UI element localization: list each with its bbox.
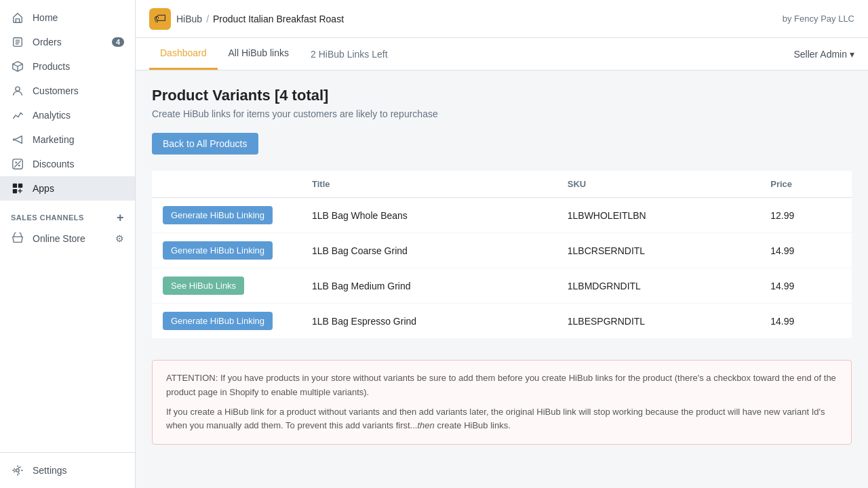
sidebar-item-label-online-store: Online Store [33, 233, 115, 244]
page-subtitle: Create HiBub links for items your custom… [152, 108, 852, 119]
sales-channels-label: SALES CHANNELS [11, 214, 84, 222]
row-sku: 1LBWHOLEITLBN [557, 198, 760, 233]
svg-point-2 [15, 161, 17, 163]
tab-all-links[interactable]: All HiBub links [218, 38, 300, 70]
table-row: Generate HiBub Linking1LB Bag Espresso G… [152, 304, 852, 339]
online-store-settings-icon[interactable]: ⚙ [115, 233, 124, 244]
row-title: 1LB Bag Whole Beans [301, 198, 557, 233]
alert-line2: If you create a HiBub link for a product… [166, 405, 837, 434]
sidebar-item-discounts[interactable]: Discounts [0, 152, 135, 176]
topbar: 🏷 HiBub / Product Italian Breakfast Roas… [136, 0, 868, 38]
tab-dashboard[interactable]: Dashboard [149, 38, 218, 70]
back-to-all-products-button[interactable]: Back to All Products [152, 133, 258, 155]
topbar-right-text: by Fency Pay LLC [783, 14, 854, 24]
see-hibub-links-button[interactable]: See HiBub Links [163, 277, 244, 295]
svg-point-1 [16, 87, 20, 91]
sidebar-item-label-customers: Customers [33, 85, 124, 96]
sidebar-bottom: Settings [0, 452, 135, 488]
row-action-cell: Generate HiBub Linking [152, 304, 301, 339]
sidebar-item-settings[interactable]: Settings [0, 458, 135, 483]
hibub-app-icon: 🏷 [149, 8, 171, 30]
sidebar-item-label-discounts: Discounts [33, 159, 124, 169]
row-sku: 1LBMDGRNDITL [557, 268, 760, 304]
products-icon [11, 60, 24, 73]
generate-hibub-linking-button[interactable]: Generate HiBub Linking [163, 312, 273, 330]
sidebar-item-label-products: Products [33, 61, 124, 72]
sales-channels-header: SALES CHANNELS + [0, 201, 135, 226]
row-sku: 1LBCRSERNDITL [557, 233, 760, 268]
row-price: 12.99 [760, 198, 852, 233]
svg-rect-7 [13, 189, 17, 193]
sidebar-item-label-home: Home [33, 12, 124, 23]
col-header-title: Title [301, 171, 557, 198]
row-action-cell: Generate HiBub Linking [152, 233, 301, 268]
breadcrumb-separator: / [206, 14, 209, 24]
sidebar-item-orders[interactable]: Orders 4 [0, 30, 135, 54]
svg-rect-5 [13, 184, 17, 188]
row-price: 14.99 [760, 233, 852, 268]
table-row: Generate HiBub Linking1LB Bag Whole Bean… [152, 198, 852, 233]
sidebar-item-apps[interactable]: Apps [0, 176, 135, 201]
app-tabs: Dashboard All HiBub links 2 HiBub Links … [149, 38, 399, 70]
breadcrumb: HiBub / Product Italian Breakfast Roast [176, 14, 344, 24]
svg-point-3 [18, 165, 20, 167]
apps-icon [11, 182, 24, 195]
analytics-icon [11, 108, 24, 122]
chevron-down-icon: ▾ [850, 49, 854, 60]
page-body: Product Variants [4 total] Create HiBub … [136, 70, 868, 461]
customers-icon [11, 84, 24, 98]
sidebar-item-label-marketing: Marketing [33, 134, 124, 145]
row-title: 1LB Bag Medium Grind [301, 268, 557, 304]
sidebar: Home Orders 4 Products Customers A [0, 0, 136, 488]
row-sku: 1LBESPGRNDITL [557, 304, 760, 339]
breadcrumb-current-page: Product Italian Breakfast Roast [213, 14, 344, 24]
online-store-icon [11, 232, 24, 245]
row-price: 14.99 [760, 304, 852, 339]
orders-badge: 4 [112, 37, 124, 47]
svg-point-8 [16, 469, 20, 472]
main-content: 🏷 HiBub / Product Italian Breakfast Roas… [136, 0, 868, 488]
sidebar-item-home[interactable]: Home [0, 5, 135, 30]
sidebar-item-label-orders: Orders [33, 37, 112, 47]
variants-table: Title SKU Price Generate HiBub Linking1L… [152, 171, 852, 338]
page-content-area: Dashboard All HiBub links 2 HiBub Links … [136, 38, 868, 488]
links-left-info: 2 HiBub Links Left [300, 39, 399, 69]
row-price: 14.99 [760, 268, 852, 304]
generate-hibub-linking-button[interactable]: Generate HiBub Linking [163, 241, 273, 260]
generate-hibub-linking-button[interactable]: Generate HiBub Linking [163, 206, 273, 224]
topbar-left: 🏷 HiBub / Product Italian Breakfast Roas… [149, 8, 344, 30]
seller-admin-label: Seller Admin [793, 49, 847, 60]
discounts-icon [11, 157, 24, 171]
add-sales-channel-button[interactable]: + [117, 211, 124, 224]
app-header: Dashboard All HiBub links 2 HiBub Links … [136, 38, 868, 70]
row-action-cell: Generate HiBub Linking [152, 198, 301, 233]
table-row: See HiBub Links1LB Bag Medium Grind1LBMD… [152, 268, 852, 304]
sidebar-item-online-store[interactable]: Online Store ⚙ [0, 226, 135, 251]
sidebar-item-products[interactable]: Products [0, 54, 135, 79]
alert-line1: ATTENTION: If you have products in your … [166, 371, 837, 400]
row-action-cell: See HiBub Links [152, 268, 301, 304]
col-header-sku: SKU [557, 171, 760, 198]
row-title: 1LB Bag Espresso Grind [301, 304, 557, 339]
home-icon [11, 11, 24, 24]
marketing-icon [11, 133, 24, 146]
alert-box: ATTENTION: If you have products in your … [152, 360, 852, 445]
svg-rect-6 [18, 184, 22, 188]
orders-icon [11, 35, 24, 49]
sidebar-item-customers[interactable]: Customers [0, 79, 135, 103]
settings-icon [11, 464, 24, 477]
table-row: Generate HiBub Linking1LB Bag Coarse Gri… [152, 233, 852, 268]
col-header-price: Price [760, 171, 852, 198]
sidebar-item-marketing[interactable]: Marketing [0, 127, 135, 152]
row-title: 1LB Bag Coarse Grind [301, 233, 557, 268]
sidebar-item-label-settings: Settings [33, 465, 124, 476]
sidebar-item-analytics[interactable]: Analytics [0, 103, 135, 127]
page-title: Product Variants [4 total] [152, 87, 852, 104]
sidebar-item-label-apps: Apps [33, 183, 124, 194]
seller-admin-button[interactable]: Seller Admin ▾ [793, 49, 854, 60]
breadcrumb-app-name[interactable]: HiBub [176, 14, 202, 24]
sidebar-item-label-analytics: Analytics [33, 110, 124, 121]
col-header-action [152, 171, 301, 198]
sidebar-nav: Home Orders 4 Products Customers A [0, 0, 135, 452]
